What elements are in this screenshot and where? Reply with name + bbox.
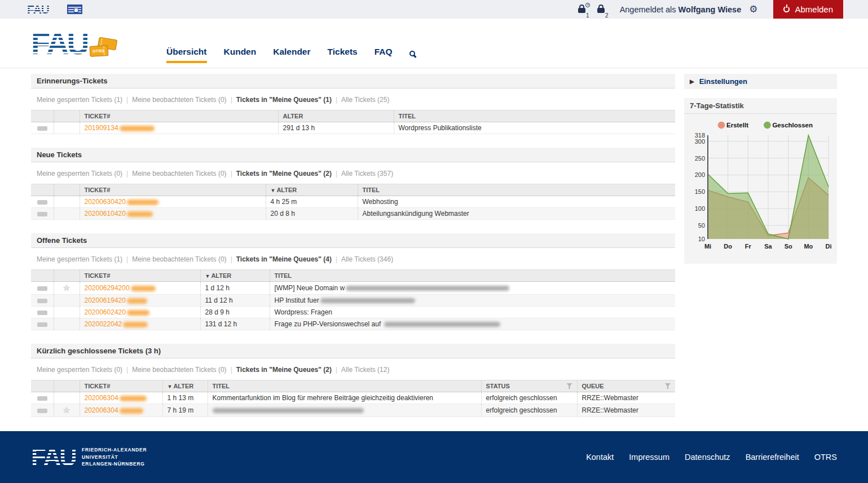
- ticket-number-link[interactable]: 20200610420: [85, 210, 126, 218]
- filter-all-tickets[interactable]: Alle Tickets (25): [341, 96, 389, 104]
- tab-kunden[interactable]: Kunden: [224, 47, 257, 63]
- fau-mini-logo[interactable]: FAU: [27, 3, 49, 15]
- footer-link-barrierefreiheit[interactable]: Barrierefreiheit: [746, 453, 799, 462]
- filter-all-tickets[interactable]: Alle Tickets (357): [341, 170, 393, 178]
- filter-my-queues[interactable]: Tickets in "Meine Queues" (2): [236, 170, 332, 178]
- clock-badge-icon: [585, 3, 590, 7]
- col-select: [31, 380, 54, 392]
- col-alter[interactable]: ▼ALTER: [266, 184, 358, 196]
- footer-link-impressum[interactable]: Impressum: [629, 453, 669, 462]
- watched-tickets-count: 2: [605, 12, 609, 19]
- col-alter[interactable]: ▼ALTER: [200, 270, 270, 282]
- ticket-number-link[interactable]: 20200630420: [85, 198, 126, 206]
- col-flag: [54, 380, 80, 392]
- ticket-title: [WMP] Neue Domain w: [270, 282, 675, 295]
- ticket-age: 7 h 19 m: [162, 404, 208, 417]
- footer: FAU FRIEDRICH-ALEXANDER UNIVERSITÄT ERLA…: [0, 431, 868, 483]
- filter-my-queues[interactable]: Tickets in "Meine Queues" (2): [236, 366, 332, 374]
- filter-all-tickets[interactable]: Alle Tickets (346): [341, 255, 393, 263]
- settings-toggle[interactable]: ▶ Einstellungen: [684, 74, 837, 89]
- col-flag: [54, 270, 80, 282]
- ticket-number-link[interactable]: 20200602420: [85, 308, 126, 316]
- svg-text:Mi: Mi: [704, 243, 711, 250]
- ticket-number-link[interactable]: 202006304: [85, 394, 118, 402]
- tab-tickets[interactable]: Tickets: [328, 47, 358, 63]
- svg-text:200: 200: [695, 171, 705, 178]
- ticket-number-link[interactable]: 20200619420: [85, 296, 126, 304]
- filter-tabs: Meine gesperrten Tickets (1)|Meine beoba…: [31, 248, 675, 269]
- col-select: [31, 110, 54, 122]
- watch-star-icon[interactable]: ★: [63, 283, 70, 293]
- footer-link-kontakt[interactable]: Kontakt: [586, 453, 614, 462]
- redaction: [127, 298, 147, 304]
- topbar: FAU 1 2 Angemeldet als Wolfgang Wiese ⚙ …: [0, 0, 868, 19]
- col-titel[interactable]: TITEL: [394, 110, 675, 122]
- col-alter[interactable]: ALTER: [278, 110, 394, 122]
- col-titel[interactable]: TITEL: [270, 270, 675, 282]
- filter-my-watched[interactable]: Meine beobachteten Tickets (0): [132, 366, 226, 374]
- locked-tickets-count: 1: [586, 12, 589, 19]
- settings-label: Einstellungen: [699, 77, 747, 86]
- tab-uebersicht[interactable]: Übersicht: [166, 47, 207, 63]
- tab-kalender[interactable]: Kalender: [273, 47, 310, 63]
- ticket-title: Frage zu PHP-Versionswechsel auf: [270, 318, 675, 330]
- watch-star-icon[interactable]: ★: [63, 405, 70, 415]
- fau-logo-text: FAU: [31, 30, 87, 57]
- redaction: [131, 286, 156, 291]
- col-ticket[interactable]: TICKET#: [80, 184, 266, 196]
- ticket-table: TICKET# ▼ALTER TITEL 20200630420 4 h 25 …: [31, 184, 675, 220]
- ticket-age: 131 d 12 h: [200, 318, 270, 330]
- filter-my-queues[interactable]: Tickets in "Meine Queues" (1): [236, 96, 332, 104]
- tab-faq[interactable]: FAQ: [374, 47, 393, 63]
- ticket-number-link[interactable]: 2020022042: [85, 320, 122, 328]
- filter-my-queues[interactable]: Tickets in "Meine Queues" (4): [236, 255, 332, 263]
- col-titel[interactable]: TITEL: [208, 380, 481, 392]
- col-ticket[interactable]: TICKET#: [80, 270, 200, 282]
- column-filter-icon[interactable]: [567, 383, 572, 389]
- filter-my-watched[interactable]: Meine beobachteten Tickets (0): [132, 255, 226, 263]
- col-titel[interactable]: TITEL: [358, 184, 675, 196]
- filter-my-locked[interactable]: Meine gesperrten Tickets (1): [37, 255, 122, 263]
- lock-icon: [578, 8, 585, 13]
- col-ticket[interactable]: TICKET#: [80, 110, 278, 122]
- col-alter[interactable]: ▼ALTER: [162, 380, 208, 392]
- col-ticket[interactable]: TICKET#: [80, 380, 162, 392]
- col-queue[interactable]: QUEUE: [577, 380, 675, 392]
- ticket-number-link[interactable]: 201909134: [85, 124, 118, 132]
- locked-tickets-icon[interactable]: 1: [578, 3, 588, 16]
- sort-desc-icon: ▼: [205, 273, 210, 279]
- filter-all-tickets[interactable]: Alle Tickets (12): [341, 366, 389, 374]
- svg-text:250: 250: [695, 155, 705, 162]
- filter-my-watched[interactable]: Meine beobachteten Tickets (0): [132, 96, 226, 104]
- redaction: [127, 211, 153, 217]
- content: Erinnerungs-Tickets Meine gesperrten Tic…: [0, 68, 868, 431]
- svg-text:Sa: Sa: [764, 243, 772, 250]
- lock-icon: [597, 8, 605, 13]
- redaction: [127, 200, 158, 205]
- redaction: [213, 408, 364, 413]
- svg-text:Mo: Mo: [804, 243, 813, 250]
- sort-desc-icon: ▼: [271, 188, 276, 193]
- gear-icon[interactable]: ⚙: [749, 5, 757, 14]
- search-icon[interactable]: [409, 51, 415, 56]
- masked-icon: [37, 126, 47, 131]
- column-filter-icon[interactable]: [665, 383, 671, 389]
- ticket-age: 11 d 12 h: [200, 295, 270, 307]
- rrze-logo[interactable]: [67, 5, 82, 14]
- redaction: [384, 322, 500, 327]
- logout-button[interactable]: Abmelden: [773, 0, 843, 19]
- fau-otrs-logo[interactable]: FAU OTRS: [31, 30, 117, 57]
- ticket-front: OTRS: [90, 45, 109, 57]
- filter-my-locked[interactable]: Meine gesperrten Tickets (0): [37, 170, 122, 178]
- filter-my-watched[interactable]: Meine beobachteten Tickets (0): [132, 170, 226, 178]
- filter-my-locked[interactable]: Meine gesperrten Tickets (1): [37, 96, 122, 104]
- col-status[interactable]: STATUS: [481, 380, 577, 392]
- watched-tickets-icon[interactable]: 2: [597, 3, 607, 16]
- table-row: 20200610420 20 d 8 h Abteilungsankündigu…: [31, 208, 675, 220]
- ticket-number-link[interactable]: 202006294200: [85, 284, 130, 292]
- footer-link-datenschutz[interactable]: Datenschutz: [685, 453, 730, 462]
- ticket-number-link[interactable]: 202006304: [85, 406, 118, 414]
- filter-my-locked[interactable]: Meine gesperrten Tickets (0): [37, 366, 122, 374]
- footer-link-otrs[interactable]: OTRS: [814, 453, 837, 462]
- svg-text:Do: Do: [724, 243, 732, 250]
